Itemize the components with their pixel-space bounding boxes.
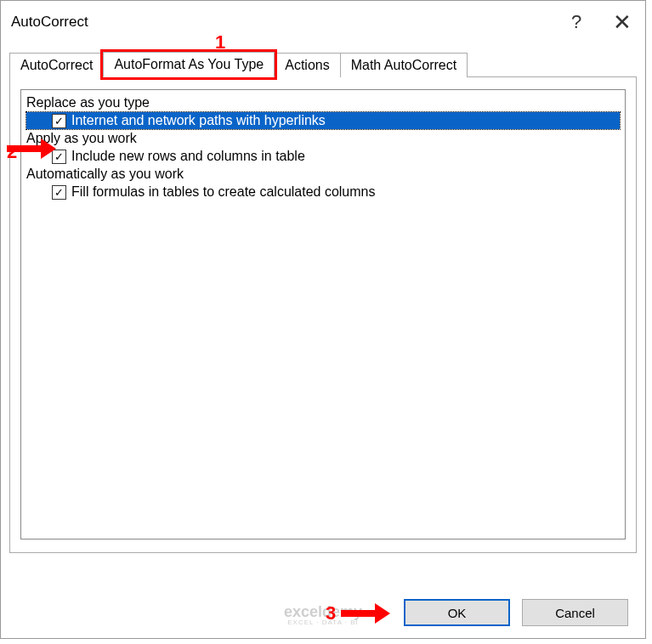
checkbox-internet-paths[interactable] [52, 114, 66, 128]
label-include-rows: Include new rows and columns in table [71, 149, 305, 164]
tab-autoformat-as-you-type[interactable]: AutoFormat As You Type [103, 52, 275, 77]
titlebar: AutoCorrect ? ✕ [1, 1, 645, 48]
option-include-rows[interactable]: Include new rows and columns in table [26, 148, 620, 165]
tab-strip: AutoCorrect AutoFormat As You Type Actio… [1, 48, 645, 77]
option-fill-formulas[interactable]: Fill formulas in tables to create calcul… [26, 184, 620, 201]
checkbox-include-rows[interactable] [52, 150, 66, 164]
arrow-annotation-3 [341, 603, 390, 624]
label-internet-paths: Internet and network paths with hyperlin… [71, 113, 326, 128]
tab-autocorrect[interactable]: AutoCorrect [9, 53, 104, 77]
help-icon[interactable]: ? [564, 13, 589, 31]
close-icon[interactable]: ✕ [609, 11, 635, 33]
section-automatically-as-you-work: Automatically as you work [26, 165, 620, 184]
tab-panel: Replace as you type Internet and network… [9, 77, 637, 553]
watermark: exceldemy EXCEL · DATA · BI [284, 604, 362, 626]
checkbox-fill-formulas[interactable] [52, 185, 66, 200]
tab-math-autocorrect[interactable]: Math AutoCorrect [340, 53, 468, 77]
dialog-title: AutoCorrect [11, 14, 564, 31]
cancel-button[interactable]: Cancel [522, 599, 628, 626]
option-internet-paths[interactable]: Internet and network paths with hyperlin… [26, 112, 620, 129]
section-apply-as-you-work: Apply as you work [26, 129, 620, 148]
tab-actions[interactable]: Actions [274, 53, 340, 77]
annotation-3: 3 [326, 602, 336, 624]
label-fill-formulas: Fill formulas in tables to create calcul… [71, 184, 376, 200]
section-replace-as-you-type: Replace as you type [26, 93, 620, 112]
dialog-footer: OK Cancel [404, 599, 628, 626]
watermark-brand: exceldemy [284, 603, 362, 620]
options-box: Replace as you type Internet and network… [20, 89, 626, 539]
ok-button[interactable]: OK [404, 599, 510, 626]
autocorrect-dialog: 1 2 3 AutoCorrect ? ✕ AutoCorrect AutoFo… [0, 0, 646, 639]
watermark-sub: EXCEL · DATA · BI [284, 619, 362, 626]
